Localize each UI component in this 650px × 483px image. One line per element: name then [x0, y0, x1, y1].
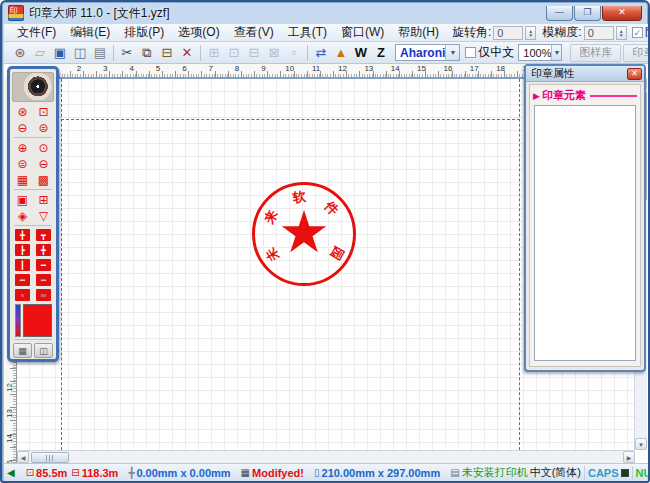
yang-stamp-checkbox-box[interactable]: ✓ [632, 27, 643, 38]
yang-stamp-checkbox-label: 阳章 [645, 24, 650, 41]
horizontal-scrollbar[interactable]: ◀ ▶ [17, 450, 635, 463]
page-size: 210.00mm x 297.00mm [322, 467, 441, 479]
filled-stamp-icon-6[interactable]: ━ [36, 259, 51, 271]
square-stamp-icon-2[interactable]: ⊞ [33, 192, 54, 207]
filled-stamp-icon-3[interactable]: ┣ [15, 244, 30, 256]
cursor-position: 0.00mm x 0.00mm [136, 467, 230, 479]
stamp-library-button[interactable]: 印章库 [623, 44, 650, 62]
page-margin-top [61, 119, 520, 120]
filled-stamp-icon-8[interactable]: ┉ [36, 274, 51, 286]
font-combo-value: Aharoni [396, 46, 445, 60]
filled-stamp-icon-4[interactable]: ╋ [36, 244, 51, 256]
round-box-stamp-icon[interactable]: ⊡ [33, 104, 54, 119]
open-icon[interactable]: ▱ [30, 44, 50, 62]
stamp-tool-button-2[interactable]: ◫ [34, 343, 53, 358]
scroll-right-icon[interactable]: ▶ [623, 451, 635, 463]
export-icon[interactable]: ⇄ [311, 44, 331, 62]
align-icon-5[interactable]: ▫ [284, 44, 304, 62]
vruler-number: 12 [5, 383, 14, 392]
rotation-input[interactable]: 0 [493, 26, 523, 40]
delete-icon[interactable]: ✕ [177, 44, 197, 62]
zoom-combo[interactable]: 100% ▼ [518, 44, 562, 61]
menu-item-7[interactable]: 帮助(H) [391, 23, 446, 42]
only-chinese-checkbox[interactable]: 仅中文 [465, 44, 514, 61]
scroll-left-icon[interactable]: ◀ [17, 451, 29, 463]
filled-stamp-icon-7[interactable]: ┅ [15, 274, 30, 286]
new-stamp-icon[interactable]: ⊛ [10, 44, 30, 62]
properties-panel-titlebar[interactable]: 印章属性 ✕ [526, 66, 644, 82]
modified-status: Modifyed! [252, 467, 304, 479]
hruler-number: 7 [209, 64, 213, 73]
minimize-button[interactable]: — [546, 6, 573, 21]
pattern-library-button[interactable]: 图样库 [570, 44, 621, 62]
status-pan-left-icon[interactable]: ◀ [4, 467, 18, 478]
oval-stamp-icon-2[interactable]: ⊜ [33, 120, 54, 135]
menu-item-2[interactable]: 排版(P) [117, 23, 171, 42]
scroll-down-icon[interactable]: ▼ [635, 438, 647, 450]
align-icon-4[interactable]: ⊠ [264, 44, 284, 62]
grid-stamp-icon-2[interactable]: ▩ [33, 172, 54, 187]
cursor-position-icon: ╋ [128, 467, 134, 478]
copy-icon[interactable]: ⧉ [137, 44, 157, 62]
stamp-preview[interactable]: ★ 未来软件园 [252, 182, 356, 286]
num-lock-label: NUM [636, 467, 648, 479]
vruler-number: 13 [5, 409, 14, 418]
rotation-spinner[interactable]: ▲▼ [525, 26, 536, 40]
menu-item-6[interactable]: 窗口(W) [334, 23, 391, 42]
save-icon[interactable]: ▣ [50, 44, 70, 62]
panel-close-icon[interactable]: ✕ [627, 68, 642, 80]
align-icon-3[interactable]: ⊟ [244, 44, 264, 62]
chevron-down-icon[interactable]: ▼ [445, 45, 459, 60]
filled-stamp-icon-1[interactable]: ╋ [15, 229, 30, 241]
align-icon-2[interactable]: ⊡ [224, 44, 244, 62]
square-stamp-icon-1[interactable]: ▣ [12, 192, 33, 207]
menu-item-5[interactable]: 工具(T) [281, 23, 334, 42]
diamond-stamp-icon[interactable]: ◈ [12, 208, 33, 223]
star-icon: ★ [278, 203, 330, 261]
blur-spinner[interactable]: ▲▼ [616, 26, 627, 40]
menu-item-0[interactable]: 文件(F) [10, 23, 63, 42]
oval-stamp-icon-5[interactable]: ⊜ [12, 156, 33, 171]
filled-stamp-icon-10[interactable]: ▫▫ [36, 289, 51, 301]
oval-stamp-icon-4[interactable]: ⊙ [33, 140, 54, 155]
grid-stamp-icon-1[interactable]: ▦ [12, 172, 33, 187]
oval-stamp-icon-1[interactable]: ⊖ [12, 120, 33, 135]
filled-stamp-icon-5[interactable]: ┃ [15, 259, 30, 271]
stamp-export-icon[interactable]: ▲ [331, 44, 351, 62]
round-star-stamp-icon[interactable]: ⊛ [12, 104, 33, 119]
print-icon[interactable]: ▤ [90, 44, 110, 62]
current-color-swatch[interactable] [23, 304, 52, 337]
stamp-text-char: 软 [290, 188, 307, 205]
word-export-icon[interactable]: W [351, 44, 371, 62]
page-margin-left [61, 79, 62, 450]
font-combo[interactable]: Aharoni ▼ [395, 44, 460, 61]
oval-stamp-icon-3[interactable]: ⊕ [12, 140, 33, 155]
menu-item-1[interactable]: 编辑(E) [63, 23, 117, 42]
chevron-down-icon[interactable]: ▼ [551, 45, 561, 60]
align-icon-1[interactable]: ⊞ [204, 44, 224, 62]
hruler-number: 17 [470, 64, 479, 73]
language-indicator: 中文(简体) [530, 465, 581, 480]
toolbar: ⊛▱▣◫▤✂⧉⊟✕⊞⊡⊟⊠▫⇄▲WZ Aharoni ▼ 仅中文 100% ▼ … [4, 42, 648, 64]
cut-icon[interactable]: ✂ [117, 44, 137, 62]
blur-input[interactable]: 0 [584, 26, 614, 40]
zoom-tool-icon[interactable]: Z [371, 44, 391, 62]
menu-item-4[interactable]: 查看(V) [227, 23, 281, 42]
preview-icon[interactable]: ◫ [70, 44, 90, 62]
oval-stamp-icon-6[interactable]: ⊖ [33, 156, 54, 171]
triangle-stamp-icon[interactable]: ▽ [33, 208, 54, 223]
stamp-tool-button-1[interactable]: ▦ [13, 343, 32, 358]
filled-stamp-icon-2[interactable]: ┳ [36, 229, 51, 241]
filled-stamp-icon-9[interactable]: ▫ [15, 289, 30, 301]
paste-icon[interactable]: ⊟ [157, 44, 177, 62]
yang-stamp-checkbox[interactable]: ✓阳章 [632, 24, 650, 41]
stamp-elements-list[interactable] [534, 105, 636, 361]
horizontal-scroll-thumb[interactable] [31, 452, 69, 463]
only-chinese-checkbox-box[interactable] [465, 47, 476, 58]
close-button[interactable]: ✕ [602, 6, 642, 21]
stamp-properties-panel: 印章属性 ✕ ▶ 印章元素 [524, 64, 646, 372]
measure-value-2: 118.3m [82, 467, 119, 479]
menu-item-3[interactable]: 选项(O) [171, 23, 226, 42]
color-gradient-strip[interactable] [15, 304, 21, 337]
maximize-button[interactable]: ❐ [574, 6, 601, 21]
